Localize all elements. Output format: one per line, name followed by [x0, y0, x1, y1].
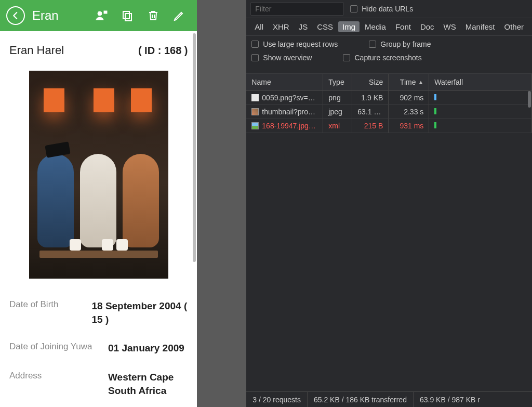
show-overview-label: Show overview: [263, 54, 312, 62]
file-icon: [251, 122, 259, 129]
checkbox-icon: [251, 54, 259, 61]
request-waterfall: [429, 119, 532, 133]
svg-rect-2: [123, 11, 129, 19]
type-tab-font[interactable]: Font: [391, 21, 415, 32]
request-name: 168-19947.jpg…: [262, 122, 316, 130]
address-line1: Western Cape: [108, 371, 174, 384]
type-tab-other[interactable]: Other: [500, 21, 528, 32]
request-name: thumbnail?pro…: [262, 108, 315, 116]
hide-data-urls-label: Hide data URLs: [362, 5, 413, 13]
back-button[interactable]: [6, 6, 25, 25]
request-type: xml: [323, 119, 352, 133]
request-waterfall: [429, 91, 532, 104]
table-row[interactable]: thumbnail?pro…jpeg63.1 KB2.33 s: [246, 105, 532, 119]
show-overview-checkbox[interactable]: Show overview: [251, 54, 312, 62]
use-large-rows-label: Use large request rows: [263, 40, 338, 48]
svg-rect-3: [125, 14, 131, 21]
file-icon: [251, 94, 259, 101]
checkbox-icon: [343, 54, 350, 61]
type-tab-js[interactable]: JS: [295, 21, 312, 32]
file-icon: [251, 108, 259, 115]
sort-asc-icon: ▲: [418, 79, 423, 85]
network-rows: 0059.png?sv=…png1.9 KB902 msthumbnail?pr…: [246, 91, 532, 391]
table-row[interactable]: 0059.png?sv=…png1.9 KB902 ms: [246, 91, 532, 105]
col-size[interactable]: Size: [352, 74, 389, 90]
network-table-header: Name Type Size Time▲ Waterfall: [246, 74, 532, 91]
type-tab-xhr[interactable]: XHR: [269, 21, 294, 32]
doj-value: 01 January 2009: [108, 342, 184, 355]
filter-input[interactable]: [250, 2, 344, 16]
profile-app-panel: Eran Eran Harel ( ID : 168 ): [0, 0, 197, 407]
group-by-frame-label: Group by frame: [380, 40, 431, 48]
col-waterfall[interactable]: Waterfall: [429, 74, 532, 90]
window-gap: [197, 0, 246, 407]
capture-screenshots-checkbox[interactable]: Capture screenshots: [343, 54, 421, 62]
request-time: 902 ms: [389, 91, 429, 104]
request-size: 63.1 KB: [352, 105, 389, 119]
col-time[interactable]: Time▲: [389, 74, 429, 90]
address-line2: South Africa: [108, 384, 174, 398]
type-tab-img[interactable]: Img: [338, 21, 360, 32]
request-type: jpeg: [323, 105, 352, 119]
address-label: Address: [9, 371, 108, 381]
table-row[interactable]: 168-19947.jpg…xml215 B931 ms: [246, 119, 532, 133]
request-size: 1.9 KB: [352, 91, 389, 104]
checkbox-icon: [251, 41, 259, 48]
svg-rect-1: [104, 11, 107, 14]
profile-photo[interactable]: [29, 71, 168, 279]
checkbox-icon: [369, 41, 376, 48]
request-waterfall: [429, 105, 532, 119]
status-transferred: 65.2 KB / 186 KB transferred: [308, 392, 414, 407]
request-size: 215 B: [352, 119, 389, 133]
type-tab-css[interactable]: CSS: [313, 21, 337, 32]
doj-label: Date of Joining Yuwa: [9, 342, 108, 352]
capture-screenshots-label: Capture screenshots: [354, 54, 421, 62]
type-tab-ws[interactable]: WS: [440, 21, 460, 32]
use-large-rows-checkbox[interactable]: Use large request rows: [251, 40, 338, 48]
status-requests: 3 / 20 requests: [246, 392, 308, 407]
hide-data-urls-checkbox[interactable]: Hide data URLs: [350, 5, 413, 13]
person-name: Eran Harel: [9, 44, 64, 57]
address-value: Western Cape South Africa: [108, 371, 174, 397]
col-type[interactable]: Type: [323, 74, 352, 90]
pencil-icon: [173, 9, 185, 22]
person-plus-icon: [95, 9, 108, 22]
request-type: png: [323, 91, 352, 104]
col-name[interactable]: Name: [246, 74, 323, 90]
type-tab-media[interactable]: Media: [361, 21, 390, 32]
person-id: ( ID : 168 ): [138, 45, 188, 57]
copy-icon: [121, 9, 134, 22]
dob-label: Date of Birth: [9, 299, 91, 310]
delete-button[interactable]: [142, 4, 165, 27]
add-user-button[interactable]: [90, 4, 113, 27]
devtools-panel: Hide data URLs AllXHRJSCSSImgMediaFontDo…: [246, 0, 532, 407]
request-type-tabs: AllXHRJSCSSImgMediaFontDocWSManifestOthe…: [246, 18, 532, 36]
dob-value: 18 September 2004 ( 15 ): [91, 299, 188, 326]
type-tab-doc[interactable]: Doc: [416, 21, 438, 32]
group-by-frame-checkbox[interactable]: Group by frame: [369, 40, 431, 48]
copy-button[interactable]: [116, 4, 139, 27]
svg-point-0: [98, 11, 102, 16]
status-bar: 3 / 20 requests 65.2 KB / 186 KB transfe…: [246, 391, 532, 407]
checkbox-icon: [350, 5, 357, 12]
trash-icon: [147, 9, 159, 22]
request-time: 931 ms: [389, 119, 429, 133]
app-header: Eran: [0, 0, 197, 31]
scrollbar[interactable]: [193, 33, 196, 262]
profile-body: Eran Harel ( ID : 168 ) Date of Birth 18…: [0, 31, 197, 407]
request-time: 2.33 s: [389, 105, 429, 119]
header-title: Eran: [32, 8, 59, 23]
status-resources: 63.9 KB / 987 KB r: [414, 392, 486, 407]
arrow-left-icon: [11, 11, 20, 20]
edit-button[interactable]: [168, 4, 191, 27]
request-name: 0059.png?sv=…: [262, 94, 315, 102]
type-tab-all[interactable]: All: [250, 21, 268, 32]
type-tab-manifest[interactable]: Manifest: [461, 21, 499, 32]
